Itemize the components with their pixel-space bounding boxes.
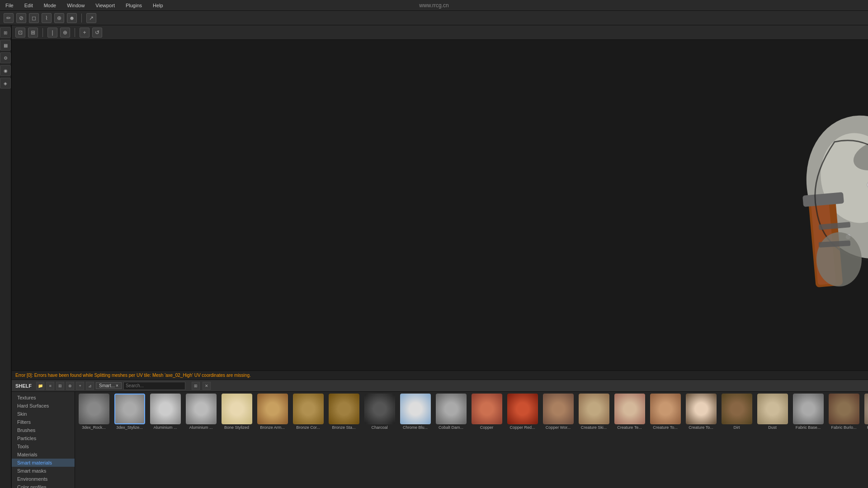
vp-tool-refresh[interactable]: ↺ <box>92 28 102 38</box>
shelf-material-label-4: Bone Stylized <box>220 425 254 430</box>
shelf-sidebar-hardsurfaces[interactable]: Hard Surfaces <box>12 402 75 410</box>
toolbar-clone[interactable]: ⊕ <box>54 13 64 23</box>
shelf-sidebar-brushes[interactable]: Brushes <box>12 426 75 434</box>
menu-file[interactable]: File <box>4 2 15 9</box>
shelf-material-thumb-20 <box>793 394 824 424</box>
shelf-material-thumb-7 <box>329 394 359 424</box>
shelf-material-label-5: Bronze Arm... <box>255 425 289 430</box>
shelf-sidebar-filters[interactable]: Filters <box>12 418 75 426</box>
vp-tool-add[interactable]: + <box>80 28 90 38</box>
menu-bar: www.rrcg.cn File Edit Mode Window Viewpo… <box>0 0 868 11</box>
viewport-model-svg <box>731 97 868 314</box>
shelf-material-1[interactable]: 3dex_Stylize... <box>113 394 146 430</box>
shelf-material-thumb-6 <box>293 394 324 424</box>
menu-window[interactable]: Window <box>65 2 86 9</box>
shelf-material-17[interactable]: Creature To... <box>684 394 718 430</box>
shelf-material-13[interactable]: Copper Wor... <box>541 394 575 430</box>
shelf-material-11[interactable]: Copper <box>470 394 504 430</box>
shelf-material-22[interactable]: Fabric Canv... <box>863 394 868 430</box>
icon-display[interactable]: ◉ <box>0 65 11 76</box>
shelf-material-18[interactable]: Dirt <box>720 394 754 430</box>
shelf-material-20[interactable]: Fabric Base... <box>791 394 825 430</box>
shelf-filter-bar: 📁 ≡ ⊞ ⊗ + ⊿ Smart... × <box>34 381 187 391</box>
shelf-material-thumb-10 <box>436 394 467 424</box>
shelf-filter-link[interactable]: ⊗ <box>66 382 74 390</box>
menu-viewport[interactable]: Viewport <box>94 2 117 9</box>
shelf-material-7[interactable]: Bronze Sta... <box>327 394 361 430</box>
shelf-filter-plus[interactable]: + <box>76 382 84 390</box>
shelf-material-10[interactable]: Cobalt Dam... <box>434 394 468 430</box>
shelf-material-2[interactable]: Aluminium ... <box>148 394 182 430</box>
toolbar-brush[interactable]: ⊘ <box>16 13 26 23</box>
vp-tool-env[interactable]: ⊕ <box>60 28 70 38</box>
shelf-sidebar-skin[interactable]: Skin <box>12 410 75 418</box>
vp-tool-light[interactable]: | <box>47 28 57 38</box>
shelf-header: SHELF 📁 ≡ ⊞ ⊗ + ⊿ Smart... × ⊞ ✕ <box>12 380 868 392</box>
icon-layers[interactable]: ⊞ <box>0 27 11 38</box>
toolbar-person[interactable]: ☻ <box>67 13 77 23</box>
shelf-content: Textures Hard Surfaces Skin Filters Brus… <box>12 392 868 488</box>
shelf-material-label-15: Creature Te... <box>613 425 646 430</box>
icon-materials[interactable]: ◈ <box>0 78 11 89</box>
shelf-sidebar-particles[interactable]: Particles <box>12 434 75 442</box>
shelf-close-btn[interactable]: ✕ <box>203 382 211 390</box>
menu-mode[interactable]: Mode <box>42 2 58 9</box>
shelf-material-6[interactable]: Bronze Cor... <box>291 394 325 430</box>
shelf-panel: SHELF 📁 ≡ ⊞ ⊗ + ⊿ Smart... × ⊞ ✕ <box>12 380 868 488</box>
shelf-material-thumb-13 <box>543 394 574 424</box>
vp-sep1 <box>42 28 43 37</box>
shelf-material-0[interactable]: 3dex_Rock... <box>77 394 111 430</box>
menu-plugins[interactable]: Plugins <box>124 2 144 9</box>
shelf-sidebar-colorprofiles[interactable]: Color profiles <box>12 483 75 488</box>
shelf-material-label-6: Bronze Cor... <box>291 425 325 430</box>
shelf-sidebar-smartmasks[interactable]: Smart masks <box>12 467 75 475</box>
shelf-sidebar-textures[interactable]: Textures <box>12 394 75 402</box>
shelf-material-thumb-15 <box>614 394 645 424</box>
shelf-material-label-22: Fabric Canv... <box>863 425 868 430</box>
shelf-tab-close[interactable]: × <box>116 383 118 388</box>
shelf-filter-list[interactable]: ≡ <box>46 382 54 390</box>
shelf-material-3[interactable]: Aluminium ... <box>184 394 218 430</box>
svg-point-10 <box>816 232 862 286</box>
menu-help[interactable]: Help <box>151 2 165 9</box>
shelf-sidebar-tools[interactable]: Tools <box>12 442 75 450</box>
shelf-material-thumb-8 <box>364 394 395 424</box>
shelf-material-12[interactable]: Copper Red... <box>505 394 539 430</box>
toolbar-smudge[interactable]: ⌇ <box>42 13 52 23</box>
menu-edit[interactable]: Edit <box>23 2 35 9</box>
shelf-search-input[interactable] <box>123 382 185 390</box>
shelf-material-thumb-0 <box>79 394 109 424</box>
shelf-smart-tab[interactable]: Smart... × <box>96 382 122 389</box>
shelf-sidebar: Textures Hard Surfaces Skin Filters Brus… <box>12 392 75 488</box>
shelf-filter-grid[interactable]: ⊞ <box>56 382 64 390</box>
shelf-material-8[interactable]: Charcoal <box>363 394 396 430</box>
shelf-material-21[interactable]: Fabric Burlo... <box>827 394 861 430</box>
shelf-filter-folder[interactable]: 📁 <box>36 382 44 390</box>
shelf-material-label-20: Fabric Base... <box>791 425 825 430</box>
shelf-material-label-0: 3dex_Rock... <box>77 425 111 430</box>
vp-tool-grid[interactable]: ⊞ <box>28 28 38 38</box>
shelf-filter-funnel[interactable]: ⊿ <box>86 382 94 390</box>
shelf-material-9[interactable]: Chrome Blu... <box>398 394 432 430</box>
icon-settings[interactable]: ⚙ <box>0 52 11 63</box>
icon-texture[interactable]: ▦ <box>0 40 11 51</box>
shelf-material-15[interactable]: Creature Te... <box>613 394 646 430</box>
toolbar-pencil[interactable]: ✏ <box>4 13 14 23</box>
vp-sep2 <box>75 28 75 37</box>
shelf-sidebar-smartmaterials[interactable]: Smart materials <box>12 459 75 467</box>
viewport-area: Material X Y Z <box>12 40 868 371</box>
shelf-material-5[interactable]: Bronze Arm... <box>255 394 289 430</box>
shelf-sidebar-materials[interactable]: Materials <box>12 450 75 459</box>
shelf-sidebar-environments[interactable]: Environments <box>12 475 75 483</box>
shelf-material-thumb-16 <box>650 394 681 424</box>
vp-tool-perspective[interactable]: ⊡ <box>15 28 25 38</box>
toolbar-arrow[interactable]: ↗ <box>86 13 96 23</box>
shelf-material-19[interactable]: Dust <box>755 394 789 430</box>
shelf-materials-grid: 3dex_Rock...3dex_Stylize...Aluminium ...… <box>75 392 868 488</box>
toolbar-eraser[interactable]: ◻ <box>29 13 39 23</box>
shelf-material-4[interactable]: Bone Stylized <box>220 394 254 430</box>
shelf-material-16[interactable]: Creature To... <box>648 394 682 430</box>
shelf-material-14[interactable]: Creature Ski... <box>577 394 611 430</box>
shelf-expand-btn[interactable]: ⊞ <box>192 382 200 390</box>
shelf-material-label-18: Dirt <box>720 425 754 430</box>
